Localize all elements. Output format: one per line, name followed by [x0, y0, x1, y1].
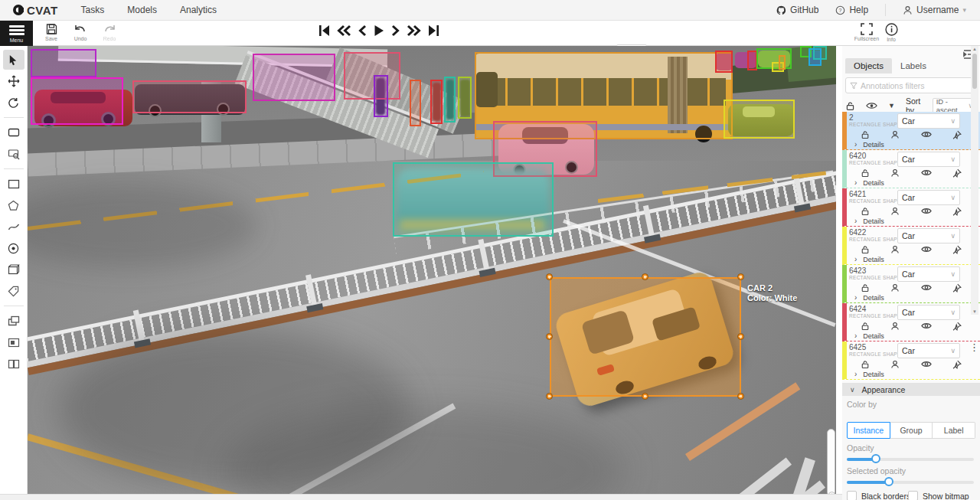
tool-draw-rectangle[interactable]	[3, 174, 24, 194]
object-label-select[interactable]: Car∨	[897, 343, 960, 358]
resize-handle[interactable]	[642, 393, 648, 400]
lock-all-icon[interactable]	[845, 101, 855, 111]
object-hide-icon[interactable]	[921, 168, 932, 178]
object-occluded-icon[interactable]	[890, 130, 900, 139]
box-magenta-red-car[interactable]	[31, 77, 123, 125]
object-lock-icon[interactable]	[861, 207, 870, 216]
resize-handle[interactable]	[642, 273, 648, 280]
object-pin-icon[interactable]	[952, 168, 962, 178]
help-link[interactable]: ? Help	[835, 5, 868, 15]
github-link[interactable]: GitHub	[776, 5, 818, 15]
resize-handle[interactable]	[737, 393, 744, 400]
object-details-toggle[interactable]: ›Details	[854, 293, 884, 302]
object-pin-icon[interactable]	[952, 360, 962, 369]
object-details-toggle[interactable]: ›Details	[854, 217, 884, 225]
backward-button[interactable]	[337, 25, 351, 37]
box-yellow-green-car[interactable]	[724, 100, 795, 139]
box-teal-person[interactable]	[444, 77, 456, 123]
resize-handle[interactable]	[737, 273, 744, 280]
object-pin-icon[interactable]	[952, 245, 962, 254]
object-lock-icon[interactable]	[861, 360, 870, 369]
object-details-toggle[interactable]: ›Details	[854, 178, 884, 187]
object-label-select[interactable]: Car∨	[897, 190, 960, 205]
object-lock-icon[interactable]	[861, 245, 870, 254]
object-details-toggle[interactable]: ›Details	[854, 255, 884, 263]
object-occluded-icon[interactable]	[890, 360, 900, 369]
object-pin-icon[interactable]	[952, 322, 962, 331]
tab-objects[interactable]: Objects	[845, 58, 892, 74]
object-pin-icon[interactable]	[952, 283, 962, 292]
object-lock-icon[interactable]	[861, 168, 870, 178]
object-item-6420[interactable]: 6420RECTANGLE SHAPECar∨⋮›Details	[842, 150, 980, 188]
box-orange-right-edge[interactable]	[410, 80, 421, 126]
tool-group[interactable]	[3, 332, 24, 352]
tool-draw-polyline[interactable]	[3, 217, 24, 237]
object-item-2[interactable]: 2RECTANGLE SHAPECar∨⋮›Details	[842, 112, 980, 150]
cvat-logo[interactable]: CVAT	[12, 4, 58, 17]
tool-move[interactable]	[3, 71, 24, 91]
color-by-group[interactable]: Group	[890, 422, 933, 439]
box-purple-parked[interactable]	[31, 49, 96, 77]
fullscreen-button[interactable]: Fullscreen	[851, 23, 882, 41]
object-pin-icon[interactable]	[952, 130, 962, 139]
box-teal-moving-car[interactable]	[393, 162, 554, 237]
tool-select-region[interactable]	[3, 144, 24, 164]
save-button[interactable]: Save	[38, 23, 64, 41]
object-hide-icon[interactable]	[921, 130, 932, 139]
black-borders-checkbox[interactable]: Black borders	[847, 491, 910, 500]
tool-fit-image[interactable]	[3, 123, 24, 142]
object-hide-icon[interactable]	[921, 207, 932, 216]
object-item-6425[interactable]: 6425RECTANGLE SHAPECar∨⋮›Details	[842, 342, 980, 380]
object-hide-icon[interactable]	[921, 360, 932, 369]
object-occluded-icon[interactable]	[890, 207, 900, 216]
object-item-6421[interactable]: 6421RECTANGLE SHAPECar∨⋮›Details	[842, 188, 980, 227]
last-frame-button[interactable]	[428, 25, 439, 37]
object-menu-icon[interactable]: ⋮	[969, 344, 977, 351]
resize-handle[interactable]	[546, 273, 553, 280]
menu-button[interactable]: Menu	[0, 21, 33, 46]
box-rose-upper-right[interactable]	[344, 52, 400, 100]
objects-scrollbar-thumb[interactable]	[972, 54, 977, 89]
annotations-filter-input[interactable]: Annotations filters	[845, 77, 977, 93]
tool-cursor[interactable]	[3, 50, 24, 70]
object-pin-icon[interactable]	[952, 207, 962, 216]
next-frame-button[interactable]	[391, 25, 400, 37]
nav-models[interactable]: Models	[127, 5, 157, 15]
object-item-6423[interactable]: 6423RECTANGLE SHAPECar∨⋮›Details	[842, 265, 980, 303]
redo-button[interactable]: Redo	[96, 23, 122, 41]
annotation-canvas[interactable]: CAR 2Color: White +	[28, 46, 836, 494]
tool-draw-cuboid[interactable]	[3, 260, 24, 279]
objects-list-scrollbar[interactable]: ▲ ▼	[971, 46, 978, 315]
box-blue-small[interactable]	[808, 48, 822, 66]
object-lock-icon[interactable]	[861, 322, 870, 331]
object-item-6422[interactable]: 6422RECTANGLE SHAPECar∨⋮›Details	[842, 227, 980, 265]
object-details-toggle[interactable]: ›Details	[854, 332, 884, 340]
box-red-person[interactable]	[430, 80, 443, 124]
scroll-down-icon[interactable]: ▼	[971, 309, 978, 314]
object-occluded-icon[interactable]	[890, 322, 900, 331]
object-occluded-icon[interactable]	[890, 283, 900, 292]
previous-frame-button[interactable]	[358, 25, 367, 37]
object-label-select[interactable]: Car∨	[897, 152, 960, 167]
tool-draw-polygon[interactable]	[3, 195, 24, 215]
box-red-small-1[interactable]	[715, 51, 733, 73]
show-bitmap-checkbox[interactable]: Show bitmap	[908, 491, 969, 500]
object-label-select[interactable]: Car∨	[897, 113, 960, 129]
object-hide-icon[interactable]	[921, 245, 932, 254]
opacity-slider[interactable]	[847, 454, 974, 463]
selected-opacity-slider[interactable]	[847, 477, 974, 486]
color-by-instance[interactable]: Instance	[847, 422, 890, 439]
resize-handle[interactable]	[546, 393, 553, 400]
canvas-vertical-scrollbar[interactable]	[827, 429, 835, 494]
scroll-up-icon[interactable]: ▲	[971, 47, 978, 51]
object-occluded-icon[interactable]	[890, 168, 900, 178]
resize-handle[interactable]	[737, 333, 744, 340]
box-magenta-stairs[interactable]	[253, 54, 335, 101]
tool-draw-points[interactable]	[3, 238, 24, 258]
box-purple-person[interactable]	[374, 75, 388, 117]
color-by-label-opt[interactable]: Label	[933, 422, 975, 439]
info-button[interactable]: Info	[880, 23, 902, 42]
nav-analytics[interactable]: Analytics	[180, 5, 217, 15]
nav-tasks[interactable]: Tasks	[81, 5, 105, 15]
tool-split[interactable]	[3, 354, 24, 374]
